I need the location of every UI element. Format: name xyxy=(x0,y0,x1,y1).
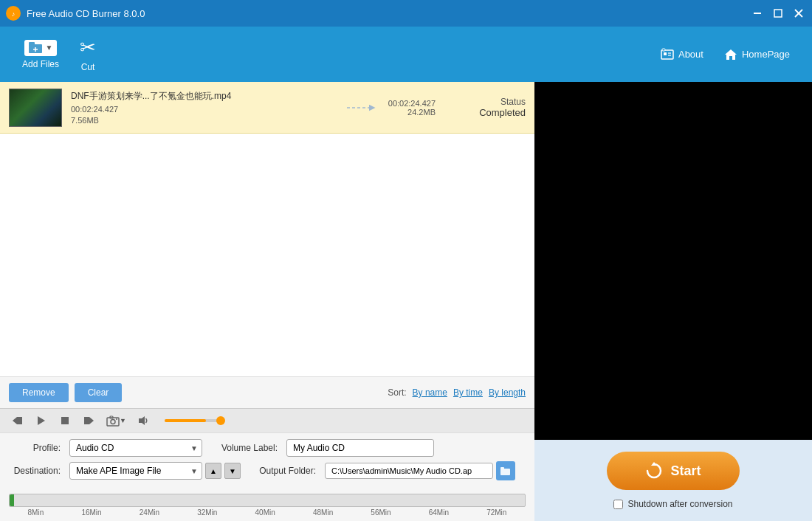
progress-tick: 56Min xyxy=(371,508,390,517)
maximize-button[interactable] xyxy=(771,6,785,21)
svg-marker-17 xyxy=(13,417,17,424)
svg-rect-3 xyxy=(774,10,782,17)
file-size-dst: 24.2MB xyxy=(388,108,436,117)
settings-area: Profile: Audio CD ▼ Volume Label: Destin… xyxy=(0,432,534,491)
homepage-label: HomePage xyxy=(742,49,790,60)
destination-label: Destination: xyxy=(9,466,61,476)
skip-forward-button[interactable] xyxy=(80,413,97,428)
stop-button[interactable] xyxy=(56,413,74,428)
remove-button[interactable]: Remove xyxy=(9,383,69,402)
app-title: Free Audio CD Burner 8.0.0 xyxy=(27,8,750,19)
file-info: DNF手游策划来学...了不氪金也能玩.mp4 00:02:24.427 7.5… xyxy=(71,90,335,125)
svg-rect-7 xyxy=(29,42,35,46)
progress-tick: 32Min xyxy=(197,508,217,517)
progress-row: 8Min16Min24Min32Min40Min48Min56Min64Min7… xyxy=(0,491,534,521)
folder-browse-button[interactable] xyxy=(496,461,515,480)
profile-select-wrapper: Audio CD ▼ xyxy=(69,439,202,457)
homepage-button[interactable]: HomePage xyxy=(714,42,800,67)
svg-rect-31 xyxy=(500,467,504,469)
sort-by-time-button[interactable]: By time xyxy=(453,387,483,398)
progress-track xyxy=(9,494,526,507)
svg-rect-30 xyxy=(500,469,510,475)
shutdown-row: Shutdown after conversion xyxy=(613,499,732,509)
about-button[interactable]: About xyxy=(650,42,714,67)
volume-icon[interactable] xyxy=(135,413,153,428)
cut-button[interactable]: ✂ Cut xyxy=(69,30,106,78)
output-folder-input[interactable] xyxy=(325,463,493,479)
progress-tick: 24Min xyxy=(140,508,159,517)
start-label: Start xyxy=(670,463,701,479)
destination-row: Destination: Make APE Image File ▼ ▲ ▼ O… xyxy=(9,461,526,480)
play-button[interactable] xyxy=(32,413,50,428)
progress-tick: 48Min xyxy=(313,508,333,517)
volume-label: Volume Label: xyxy=(211,443,278,453)
about-label: About xyxy=(678,49,703,60)
shutdown-checkbox[interactable] xyxy=(613,500,623,509)
progress-tick: 64Min xyxy=(429,508,449,517)
volume-input[interactable] xyxy=(286,439,434,457)
video-preview xyxy=(534,82,812,440)
left-panel: DNF手游策划来学...了不氪金也能玩.mp4 00:02:24.427 7.5… xyxy=(0,82,534,521)
svg-marker-20 xyxy=(38,416,45,425)
bottom-controls: Remove Clear Sort: By name By time By le… xyxy=(0,376,534,408)
profile-select[interactable]: Audio CD xyxy=(69,439,202,457)
progress-tick: 40Min xyxy=(255,508,275,517)
cut-label: Cut xyxy=(81,62,95,72)
file-size-src: 7.56MB xyxy=(71,116,335,125)
output-folder-row xyxy=(325,461,515,480)
file-duration-src: 00:02:24.427 xyxy=(71,105,335,114)
close-button[interactable] xyxy=(791,6,806,21)
progress-fill xyxy=(10,494,14,506)
svg-rect-24 xyxy=(84,417,88,424)
window-controls xyxy=(750,6,806,21)
file-thumbnail xyxy=(9,89,62,127)
minimize-button[interactable] xyxy=(750,6,765,21)
svg-rect-10 xyxy=(661,50,673,59)
sort-by-name-button[interactable]: By name xyxy=(413,387,447,398)
status-value: Completed xyxy=(444,107,526,118)
convert-arrow xyxy=(344,100,379,115)
file-name: DNF手游策划来学...了不氪金也能玩.mp4 xyxy=(71,90,335,103)
progress-tick: 16Min xyxy=(81,508,101,517)
svg-point-26 xyxy=(111,420,115,424)
svg-rect-19 xyxy=(18,417,22,424)
start-panel: Start Shutdown after conversion xyxy=(534,440,812,521)
status-label: Status xyxy=(444,97,526,107)
svg-rect-21 xyxy=(61,417,69,424)
title-bar: ♪ Free Audio CD Burner 8.0.0 xyxy=(0,0,812,27)
progress-tick: 8Min xyxy=(28,508,44,517)
player-controls: ▼ xyxy=(0,408,534,432)
add-files-label: Add Files xyxy=(22,59,59,69)
svg-text:♪: ♪ xyxy=(12,10,16,18)
dest-down-button[interactable]: ▼ xyxy=(224,463,241,479)
svg-rect-11 xyxy=(664,52,667,55)
destination-select-wrapper: Make APE Image File ▼ xyxy=(69,462,202,480)
app-icon: ♪ xyxy=(6,6,21,21)
profile-row: Profile: Audio CD ▼ Volume Label: xyxy=(9,439,526,457)
volume-slider[interactable] xyxy=(165,419,224,422)
sort-area: Sort: By name By time By length xyxy=(388,387,526,398)
file-output: 00:02:24.427 24.2MB xyxy=(388,99,436,117)
skip-back-button[interactable] xyxy=(9,413,27,428)
destination-select[interactable]: Make APE Image File xyxy=(69,462,202,480)
svg-point-28 xyxy=(116,418,117,420)
output-folder-label: Output Folder: xyxy=(250,466,316,476)
right-panel: Start Shutdown after conversion xyxy=(534,82,812,521)
start-button[interactable]: Start xyxy=(607,452,740,490)
profile-label: Profile: xyxy=(9,443,61,453)
dest-up-button[interactable]: ▲ xyxy=(205,463,221,479)
progress-tick: 72Min xyxy=(486,508,506,517)
sort-by-length-button[interactable]: By length xyxy=(489,387,526,398)
file-item[interactable]: DNF手游策划来学...了不氪金也能玩.mp4 00:02:24.427 7.5… xyxy=(0,82,534,134)
shutdown-label: Shutdown after conversion xyxy=(627,499,732,509)
svg-marker-29 xyxy=(139,416,145,425)
main-area: DNF手游策划来学...了不氪金也能玩.mp4 00:02:24.427 7.5… xyxy=(0,82,812,521)
toolbar: ▼ Add Files ✂ Cut About HomePage xyxy=(0,27,812,82)
file-list: DNF手游策划来学...了不氪金也能玩.mp4 00:02:24.427 7.5… xyxy=(0,82,534,376)
clear-button[interactable]: Clear xyxy=(75,383,123,402)
progress-ticks: 8Min16Min24Min32Min40Min48Min56Min64Min7… xyxy=(9,508,526,517)
add-files-button[interactable]: ▼ Add Files xyxy=(12,34,69,75)
file-status: Status Completed xyxy=(444,97,526,118)
camera-button[interactable]: ▼ xyxy=(103,413,129,428)
file-duration-dst: 00:02:24.427 xyxy=(388,99,436,108)
